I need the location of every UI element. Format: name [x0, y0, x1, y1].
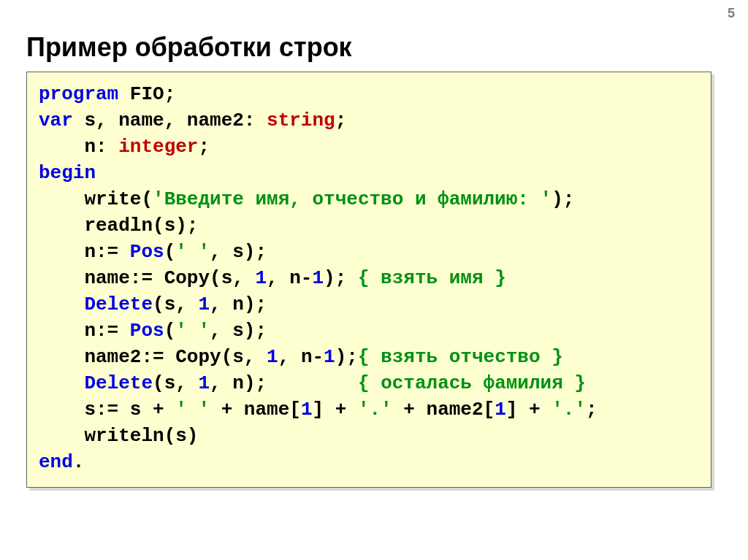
l8-close: ); — [324, 267, 358, 289]
l6: readln(s); — [39, 215, 198, 237]
l9-n1: 1 — [198, 294, 210, 315]
page-title: Пример обработки строк — [26, 32, 352, 63]
l5-pre: write( — [39, 188, 153, 210]
l14: writeln(s) — [39, 425, 198, 447]
l10-end: , s); — [210, 320, 267, 342]
l8-n2: 1 — [312, 267, 324, 289]
code-line-15: end. — [39, 451, 84, 473]
l7-pre: n:= — [39, 241, 130, 263]
l11-n2: 1 — [324, 346, 335, 368]
keyword-end: end — [39, 451, 73, 473]
l13-pre: s:= s + — [39, 399, 175, 421]
comment-surname-left: { осталась фамилия } — [358, 372, 586, 394]
l11-n1: 1 — [267, 346, 278, 368]
l7-mid: ( — [164, 241, 176, 263]
code-line-4: begin — [39, 162, 96, 184]
fn-pos-2: Pos — [130, 320, 164, 342]
l1-rest: FIO; — [118, 83, 175, 105]
code-line-14: writeln(s) — [39, 425, 198, 447]
code-line-11: name2:= Copy(s, 1, n-1);{ взять отчество… — [39, 346, 563, 368]
type-integer: integer — [118, 136, 198, 158]
code-line-13: s:= s + ' ' + name[1] + '.' + name2[1] +… — [39, 399, 598, 421]
l9-mid: (s, — [153, 294, 198, 315]
l13-m2: ] + — [312, 399, 357, 421]
l9-pre — [39, 294, 84, 315]
fn-delete-2: Delete — [84, 372, 153, 394]
code-line-7: n:= Pos(' ', s); — [39, 241, 267, 263]
code-line-5: write('Введите имя, отчество и фамилию: … — [39, 188, 574, 210]
l12-pre — [39, 372, 84, 394]
l8-n1: 1 — [255, 267, 267, 289]
l13-m1: + name[ — [210, 399, 301, 421]
l13-n1: 1 — [301, 399, 313, 421]
l13-n2: 1 — [495, 399, 506, 421]
l7-end: , s); — [210, 241, 267, 263]
keyword-begin: begin — [39, 162, 96, 184]
keyword-program: program — [39, 83, 118, 105]
comment-take-patronymic: { взять отчество } — [358, 346, 563, 368]
l11-close: ); — [335, 346, 358, 368]
code-line-9: Delete(s, 1, n); — [39, 294, 267, 315]
l13-m3: + name2[ — [392, 399, 495, 421]
l13-end: ; — [586, 399, 598, 421]
l5-end: ); — [552, 188, 574, 210]
code-block: program FIO; var s, name, name2: string;… — [26, 72, 711, 488]
str-space-2: ' ' — [175, 320, 210, 342]
l11-pre: name2:= Copy(s, — [39, 346, 267, 368]
code-line-6: readln(s); — [39, 215, 198, 237]
type-string: string — [267, 110, 335, 131]
code-line-2: var s, name, name2: string; — [39, 110, 346, 131]
l12-mid: (s, — [153, 372, 198, 394]
code-line-10: n:= Pos(' ', s); — [39, 320, 267, 342]
str-space-1: ' ' — [175, 241, 210, 263]
l3-end: ; — [198, 136, 210, 158]
l8-pre: name:= Copy(s, — [39, 267, 255, 289]
comment-take-name: { взять имя } — [358, 267, 506, 289]
keyword-var: var — [39, 110, 73, 131]
l2-end: ; — [335, 110, 347, 131]
str-sp: ' ' — [175, 399, 210, 421]
l8-mid: , n- — [267, 267, 312, 289]
code-line-8: name:= Copy(s, 1, n-1); { взять имя } — [39, 267, 506, 289]
l9-end: , n); — [210, 294, 267, 315]
fn-pos-1: Pos — [130, 241, 164, 263]
l10-mid: ( — [164, 320, 176, 342]
str-dot-1: '.' — [358, 399, 392, 421]
l2-mid: s, name, name2: — [73, 110, 267, 131]
l15-dot: . — [73, 451, 85, 473]
code-line-3: n: integer; — [39, 136, 210, 158]
fn-delete-1: Delete — [84, 294, 153, 315]
code-line-1: program FIO; — [39, 83, 175, 105]
l13-m4: ] + — [506, 399, 552, 421]
l3-pre: n: — [39, 136, 118, 158]
code-content: program FIO; var s, name, name2: string;… — [39, 81, 699, 475]
page-number: 5 — [728, 6, 735, 21]
string-prompt: 'Введите имя, отчество и фамилию: ' — [153, 188, 552, 210]
l12-end: , n); — [210, 372, 358, 394]
l11-mid: , n- — [278, 346, 324, 368]
l10-pre: n:= — [39, 320, 130, 342]
str-dot-2: '.' — [552, 399, 586, 421]
l12-n1: 1 — [198, 372, 210, 394]
code-line-12: Delete(s, 1, n); { осталась фамилия } — [39, 372, 586, 394]
